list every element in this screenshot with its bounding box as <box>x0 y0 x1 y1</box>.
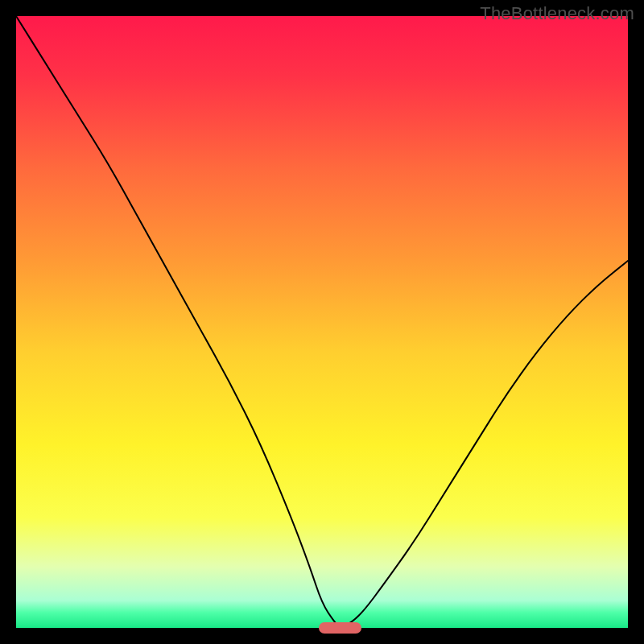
watermark-text: TheBottleneck.com <box>480 3 634 24</box>
bottleneck-curve <box>16 16 628 628</box>
optimal-point-marker <box>319 622 361 634</box>
chart-frame: TheBottleneck.com <box>0 0 644 644</box>
plot-area <box>16 16 628 628</box>
